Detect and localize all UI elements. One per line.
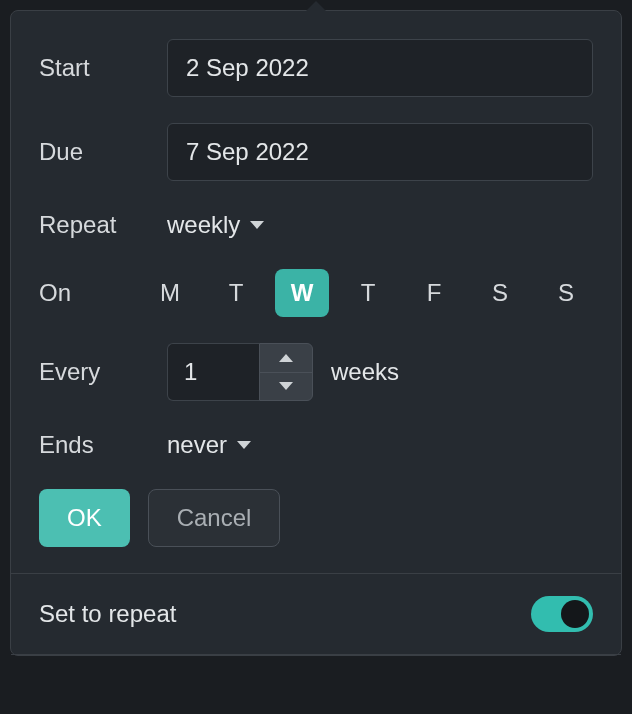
every-stepper: 1 — [167, 343, 313, 401]
day-wed[interactable]: W — [275, 269, 329, 317]
divider — [11, 654, 621, 655]
day-fri[interactable]: F — [407, 269, 461, 317]
day-sun[interactable]: S — [539, 269, 593, 317]
cancel-button[interactable]: Cancel — [148, 489, 281, 547]
repeat-row: Repeat weekly — [39, 207, 593, 243]
ends-label: Ends — [39, 431, 167, 459]
every-label: Every — [39, 358, 167, 386]
weekday-picker: M T W T F S S — [143, 269, 593, 317]
on-row: On M T W T F S S — [39, 269, 593, 317]
ends-dropdown[interactable]: never — [167, 427, 251, 463]
chevron-up-icon — [279, 354, 293, 362]
recurrence-popover: Start 2 Sep 2022 Due 7 Sep 2022 Repeat w… — [10, 10, 622, 656]
stepper-up-button[interactable] — [260, 344, 312, 373]
set-to-repeat-label: Set to repeat — [39, 600, 176, 628]
due-row: Due 7 Sep 2022 — [39, 123, 593, 181]
due-date-input[interactable]: 7 Sep 2022 — [167, 123, 593, 181]
every-value-input[interactable]: 1 — [167, 343, 259, 401]
day-mon[interactable]: M — [143, 269, 197, 317]
repeat-toggle[interactable] — [531, 596, 593, 632]
repeat-value: weekly — [167, 211, 240, 239]
action-buttons: OK Cancel — [39, 489, 593, 547]
due-label: Due — [39, 138, 167, 166]
day-tue[interactable]: T — [209, 269, 263, 317]
start-date-input[interactable]: 2 Sep 2022 — [167, 39, 593, 97]
toggle-knob — [561, 600, 589, 628]
repeat-dropdown[interactable]: weekly — [167, 207, 264, 243]
ends-row: Ends never — [39, 427, 593, 463]
ok-button[interactable]: OK — [39, 489, 130, 547]
on-label: On — [39, 279, 143, 307]
caret-down-icon — [250, 221, 264, 229]
stepper-buttons — [259, 343, 313, 401]
day-sat[interactable]: S — [473, 269, 527, 317]
chevron-down-icon — [279, 382, 293, 390]
start-row: Start 2 Sep 2022 — [39, 39, 593, 97]
stepper-down-button[interactable] — [260, 373, 312, 401]
repeat-toggle-row: Set to repeat — [39, 574, 593, 654]
repeat-label: Repeat — [39, 211, 167, 239]
start-label: Start — [39, 54, 167, 82]
every-row: Every 1 weeks — [39, 343, 593, 401]
ends-value: never — [167, 431, 227, 459]
caret-down-icon — [237, 441, 251, 449]
day-thu[interactable]: T — [341, 269, 395, 317]
every-unit: weeks — [331, 358, 399, 386]
